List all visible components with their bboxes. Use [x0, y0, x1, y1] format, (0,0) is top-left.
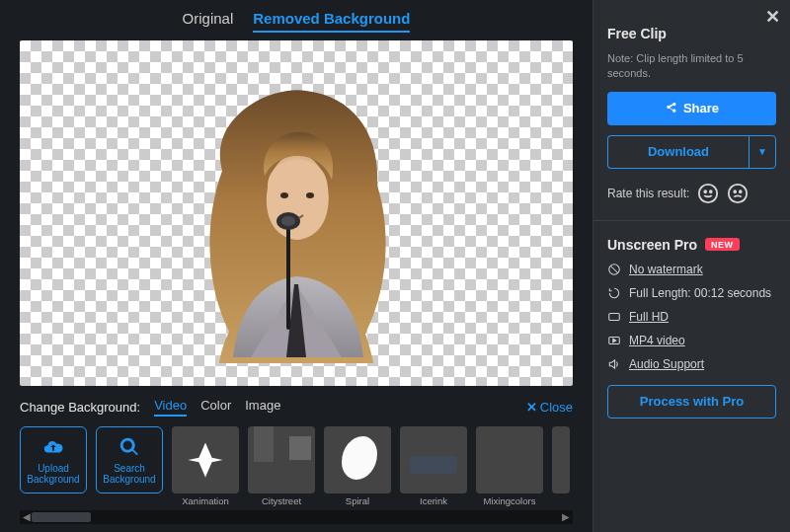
preview-tabs: Original Removed Background [20, 10, 573, 40]
new-badge: NEW [705, 238, 740, 251]
process-with-pro-button[interactable]: Process with Pro [607, 385, 776, 418]
feature-mp4: MP4 video [607, 334, 776, 347]
svg-point-2 [306, 192, 314, 198]
rate-sad-button[interactable] [727, 183, 749, 204]
feature-label: Full HD [629, 310, 669, 324]
play-icon [607, 334, 621, 347]
upload-background-label: Upload Background [21, 463, 86, 485]
feature-label: Full Length: 00:12 seconds [629, 286, 771, 300]
download-dropdown-toggle[interactable]: ▼ [749, 135, 776, 169]
frown-icon [727, 183, 749, 204]
thumbnail-label: Spiral [346, 495, 369, 506]
svg-point-7 [705, 190, 707, 192]
search-icon [118, 436, 140, 458]
svg-point-8 [710, 190, 712, 192]
bg-thumb-more[interactable] [552, 426, 570, 494]
share-icon [665, 102, 677, 114]
free-clip-note: Note: Clip length limited to 5 seconds. [607, 51, 776, 82]
speaker-icon [607, 357, 621, 371]
svg-point-11 [740, 190, 742, 192]
download-label: Download [648, 144, 709, 159]
rate-label: Rate this result: [607, 187, 689, 200]
thumbnail-label: Mixingcolors [484, 495, 536, 506]
preview-canvas [20, 40, 573, 386]
close-icon: ✕ [526, 400, 537, 415]
bg-tab-video[interactable]: Video [154, 398, 187, 417]
bg-thumb-xanimation[interactable]: Xanimation [172, 426, 239, 506]
svg-rect-3 [286, 221, 290, 330]
thumbnail-image [324, 426, 391, 494]
change-background-label: Change Background: [20, 400, 140, 415]
divider [593, 220, 790, 221]
thumbnail-image [172, 426, 239, 494]
feature-label: Audio Support [629, 357, 704, 371]
scroll-left-icon[interactable]: ◀ [23, 511, 31, 522]
smile-icon [697, 183, 719, 204]
refresh-icon [607, 286, 621, 300]
download-button[interactable]: Download [607, 135, 749, 169]
feature-no-watermark: No watermark [607, 263, 776, 276]
thumbnail-image [552, 426, 570, 494]
svg-point-9 [729, 185, 747, 202]
thumbnail-label: Icerink [420, 495, 447, 506]
close-label: Close [540, 400, 573, 415]
bg-thumb-icerink[interactable]: Icerink [400, 426, 467, 506]
feature-full-length: Full Length: 00:12 seconds [607, 286, 776, 300]
thumbnail-label: Xanimation [182, 495, 229, 506]
feature-full-hd: Full HD [607, 310, 776, 324]
bg-thumb-spiral[interactable]: Spiral [324, 426, 391, 506]
change-background-bar: Change Background: Video Color Image ✕ C… [20, 398, 573, 417]
main-panel: Original Removed Background [0, 0, 592, 532]
cloud-upload-icon [42, 436, 64, 458]
svg-point-5 [281, 216, 295, 226]
pro-heading: Unscreen Pro NEW [607, 237, 776, 253]
background-source-tabs: Video Color Image [154, 398, 280, 417]
rate-happy-button[interactable] [697, 183, 719, 204]
scroll-track[interactable] [32, 514, 561, 520]
feature-label: No watermark [629, 263, 703, 276]
hd-icon [607, 310, 621, 324]
thumbnail-image [248, 426, 315, 494]
tab-removed-background[interactable]: Removed Background [253, 10, 410, 33]
no-watermark-icon [607, 263, 621, 276]
search-background-label: Search Background [97, 463, 162, 485]
bg-tab-color[interactable]: Color [200, 398, 231, 417]
rate-result-row: Rate this result: [607, 183, 776, 204]
upload-background-button[interactable]: Upload Background [20, 426, 87, 494]
share-button[interactable]: Share [607, 92, 776, 125]
subject-cutout [168, 77, 425, 363]
feature-label: MP4 video [629, 334, 685, 347]
tab-original[interactable]: Original [183, 10, 234, 33]
scroll-handle[interactable] [32, 512, 91, 522]
thumbnails-scrollbar[interactable]: ◀ ▶ [20, 510, 573, 524]
download-button-group: Download ▼ [607, 135, 776, 169]
scroll-right-icon[interactable]: ▶ [562, 511, 570, 522]
bg-thumb-citystreet[interactable]: Citystreet [248, 426, 315, 506]
thumbnail-label: Citystreet [262, 495, 301, 506]
close-backgrounds-link[interactable]: ✕ Close [526, 400, 573, 415]
free-clip-title: Free Clip [607, 26, 776, 41]
feature-audio: Audio Support [607, 357, 776, 371]
svg-point-6 [699, 185, 717, 202]
close-panel-button[interactable]: ✕ [765, 6, 780, 28]
svg-rect-13 [609, 313, 620, 320]
process-pro-label: Process with Pro [640, 394, 744, 409]
svg-point-10 [735, 190, 737, 192]
svg-point-1 [280, 192, 288, 198]
pro-title: Unscreen Pro [607, 237, 697, 253]
sidebar: ✕ Free Clip Note: Clip length limited to… [592, 0, 790, 532]
search-background-button[interactable]: Search Background [96, 426, 163, 494]
share-label: Share [683, 101, 719, 115]
background-thumbnails: Upload Background Search Background Xani… [20, 426, 573, 506]
thumbnail-image [476, 426, 543, 494]
bg-thumb-mixingcolors[interactable]: Mixingcolors [476, 426, 543, 506]
bg-tab-image[interactable]: Image [245, 398, 280, 417]
chevron-down-icon: ▼ [757, 146, 767, 157]
thumbnail-image [400, 426, 467, 494]
